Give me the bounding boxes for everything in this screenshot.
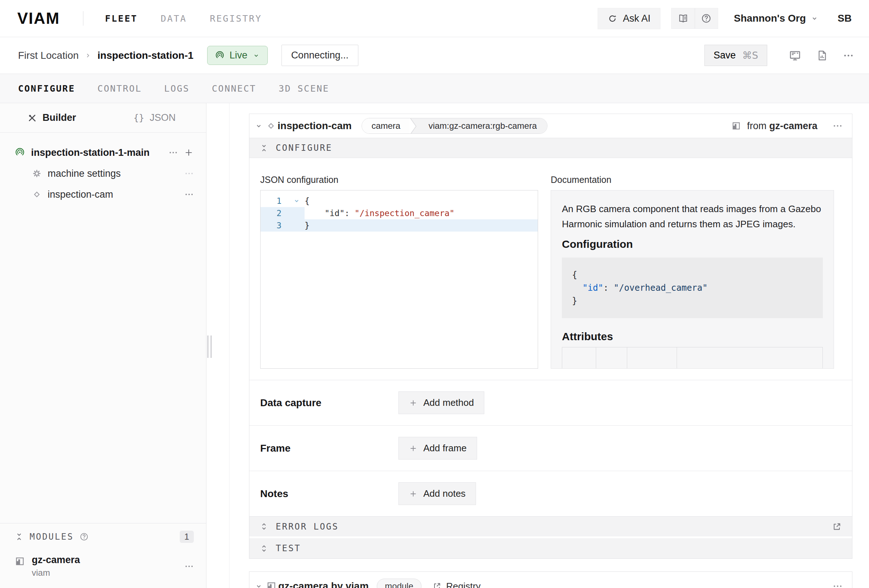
json-config-editor[interactable]: 1 { 2 "id": "/inspection_camera" [260,190,538,369]
more-options-icon[interactable] [843,50,854,61]
tree-item-main-part[interactable]: inspection-station-1-main [0,142,206,163]
fold-chevron-icon[interactable] [289,195,305,207]
doc-description: An RGB camera component that reads image… [562,201,823,232]
breadcrumb-location[interactable]: First Location [18,50,79,61]
module-menu-icon[interactable] [184,562,194,571]
tab-3d-scene[interactable]: 3D SCENE [279,83,329,94]
external-link-icon [432,582,442,588]
ask-ai-button[interactable]: Ask AI [598,8,660,29]
editor-line-3: 3 } [261,219,538,232]
tree-item-inspection-cam[interactable]: inspection-cam [0,184,206,205]
module-icon [15,556,25,567]
modules-title: MODULES [30,532,74,542]
component-type: camera [362,118,409,133]
live-broadcast-icon [215,50,225,61]
json-view-toggle[interactable]: {} JSON [103,112,206,123]
json-braces-icon: {} [133,113,144,123]
tab-control[interactable]: CONTROL [98,83,142,94]
machine-status-badge[interactable]: Live [207,46,268,65]
save-shortcut: ⌘S [742,50,758,61]
avatar[interactable]: SB [838,13,852,24]
component-diamond-icon [266,121,276,131]
nav-data[interactable]: DATA [160,13,187,24]
connecting-button[interactable]: Connecting... [282,45,358,66]
machine-part-icon [15,147,25,158]
module-card-gz-camera: gz-camera by viam module Registry [249,572,853,588]
expand-icon [260,544,268,553]
module-icon [266,581,277,588]
header-divider [83,11,83,26]
collapse-icon [260,144,268,153]
tab-configure[interactable]: CONFIGURE [18,83,75,94]
chevron-down-icon[interactable] [254,121,263,130]
gear-icon [32,169,42,179]
component-diamond-icon [32,190,42,200]
remote-control-monitor-icon[interactable] [789,49,801,62]
documentation-panel: An RGB camera component that reads image… [551,190,834,369]
json-configuration-label: JSON configuration [260,175,538,185]
component-menu-icon[interactable] [833,121,843,131]
help-group [671,8,718,29]
test-section-bar[interactable]: TEST [249,538,852,558]
add-frame-button[interactable]: Add frame [398,437,477,459]
chevron-down-icon [810,14,819,23]
ask-ai-icon [607,13,617,24]
configure-body: JSON configuration 1 { 2 "id [249,158,852,380]
configure-section-bar[interactable]: CONFIGURE [249,138,852,158]
org-switcher[interactable]: Shannon's Org [734,13,819,24]
primary-nav: FLEET DATA REGISTRY [105,13,262,24]
add-method-button[interactable]: Add method [398,391,484,414]
document-chart-icon[interactable] [816,50,828,61]
doc-attributes-heading: Attributes [562,330,823,343]
collapse-icon[interactable] [15,532,24,542]
machine-tabs: CONFIGURE CONTROL LOGS CONNECT 3D SCENE [0,74,869,103]
module-icon [731,121,741,131]
documentation-label: Documentation [551,175,834,185]
breadcrumb-machine: inspection-station-1 [98,50,193,61]
builder-tools-icon [27,113,37,123]
frame-label: Frame [260,443,398,454]
help-icon[interactable] [695,8,718,28]
error-logs-section-bar[interactable]: ERROR LOGS [249,516,852,536]
modules-count-badge: 1 [180,531,194,543]
editor-line-2: 2 "id": "/inspection_camera" [261,207,538,219]
machine-settings-menu-icon[interactable] [184,169,194,178]
tree-item-machine-settings[interactable]: machine settings [0,163,206,184]
chevron-down-icon [252,52,260,59]
module-list-item[interactable]: gz-camera viam [15,550,194,578]
chevron-down-icon[interactable] [254,582,263,588]
notes-row: Notes Add notes [249,471,852,516]
module-card-title: gz-camera by viam [278,581,369,588]
modules-help-icon[interactable] [79,532,89,542]
tab-logs[interactable]: LOGS [164,83,190,94]
save-button[interactable]: Save ⌘S [704,45,767,66]
component-type-pill: camera viam:gz-camera:rgb-camera [362,118,547,134]
component-card-header: inspection-cam camera viam:gz-camera:rgb… [249,114,852,138]
viam-logo[interactable]: VIAM [17,9,60,27]
inspection-cam-menu-icon[interactable] [184,190,194,199]
nav-registry[interactable]: REGISTRY [210,13,262,24]
add-component-plus-icon[interactable] [184,148,194,158]
doc-code-sample: { "id": "/overhead_camera"} [562,258,823,318]
machine-bar: First Location inspection-station-1 Live… [0,37,869,74]
nav-fleet[interactable]: FLEET [105,13,138,24]
registry-link[interactable]: Registry [432,581,480,588]
component-tree: inspection-station-1-main machine settin… [0,133,206,205]
modules-section: MODULES 1 gz-camera viam [0,523,206,588]
notes-label: Notes [260,488,398,500]
doc-configuration-heading: Configuration [562,238,823,250]
editor-line-1: 1 { [261,195,538,207]
docs-book-icon[interactable] [672,8,695,28]
expand-icon [260,522,268,531]
builder-view-toggle[interactable]: Builder [0,112,103,123]
part-menu-icon[interactable] [169,148,178,157]
module-card-menu-icon[interactable] [833,581,843,588]
open-logs-external-icon[interactable] [832,521,842,532]
add-notes-button[interactable]: Add notes [398,482,476,505]
from-module-label[interactable]: from gz-camera [747,120,817,132]
frame-row: Frame Add frame [249,425,852,471]
content-area: Builder {} JSON inspection-station-1-mai… [0,103,869,588]
tab-connect[interactable]: CONNECT [212,83,256,94]
data-capture-label: Data capture [260,397,398,409]
doc-attributes-table [562,347,823,369]
